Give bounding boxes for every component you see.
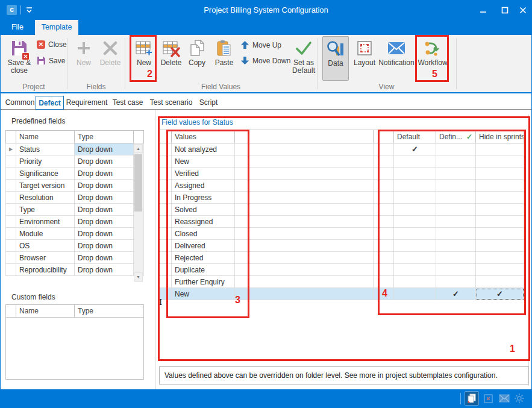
table-row[interactable]: Assigned xyxy=(160,180,524,192)
cell-spacer[interactable] xyxy=(374,288,394,300)
cell-name[interactable]: Type xyxy=(16,204,75,216)
cell-default[interactable] xyxy=(394,168,436,180)
table-row-selected[interactable]: New ✓ ✓ xyxy=(160,288,524,300)
row-selector[interactable] xyxy=(160,143,172,155)
row-selector[interactable] xyxy=(6,252,16,264)
tab-template[interactable]: Template xyxy=(35,20,78,35)
close-window-button[interactable] xyxy=(514,0,532,20)
cell-hide[interactable] xyxy=(476,276,524,288)
panel-splitter[interactable] xyxy=(155,110,155,389)
cell-filler[interactable] xyxy=(235,168,374,180)
close-project-button[interactable]: ✕ Close xyxy=(37,40,67,49)
row-selector[interactable] xyxy=(6,240,16,252)
column-header-name[interactable]: Name xyxy=(16,131,75,143)
cell-name[interactable]: Reproducibility xyxy=(16,264,75,276)
cell-filler[interactable] xyxy=(235,192,374,204)
cell-name[interactable]: Priority xyxy=(16,155,75,168)
row-selector[interactable] xyxy=(160,252,172,264)
cell-defined[interactable] xyxy=(436,180,476,192)
cell-default[interactable] xyxy=(394,276,436,288)
copy-pages-status-button[interactable] xyxy=(465,391,479,406)
cell-name[interactable]: Status xyxy=(16,143,75,155)
tab-defect[interactable]: Defect xyxy=(36,96,64,110)
tab-test-case[interactable]: Test case xyxy=(110,96,146,109)
cell-default[interactable] xyxy=(394,204,436,216)
cell-hide[interactable] xyxy=(476,143,524,155)
row-selector[interactable] xyxy=(160,240,172,252)
paste-button[interactable]: Paste xyxy=(211,37,237,67)
cell-name[interactable]: OS xyxy=(16,240,75,252)
cell-spacer[interactable] xyxy=(374,155,394,168)
table-row[interactable]: ReproducibilityDrop down xyxy=(6,264,144,276)
cell-name[interactable]: Significance xyxy=(16,168,75,180)
table-row[interactable]: Further Enquiry xyxy=(160,276,524,288)
tab-file[interactable]: File xyxy=(1,20,34,35)
table-row[interactable]: TypeDrop down xyxy=(6,204,144,216)
cell-default-check[interactable]: ✓ xyxy=(394,143,436,155)
maximize-button[interactable] xyxy=(496,0,514,20)
cell-hide[interactable] xyxy=(476,168,524,180)
row-selector[interactable] xyxy=(6,204,16,216)
table-row[interactable]: SignificanceDrop down xyxy=(6,168,144,180)
table-row[interactable]: Delivered xyxy=(160,240,524,252)
tab-test-scenario[interactable]: Test scenario xyxy=(147,96,195,109)
move-down-button[interactable]: Move Down xyxy=(240,56,290,65)
column-header-type[interactable]: Type xyxy=(75,305,144,318)
cell-value[interactable]: Closed xyxy=(172,228,235,240)
cell-default[interactable] xyxy=(394,252,436,264)
scroll-up-button[interactable]: ▲ xyxy=(134,144,143,153)
cell-default[interactable] xyxy=(394,228,436,240)
row-selector[interactable] xyxy=(6,228,16,240)
cell-value[interactable]: Rejected xyxy=(172,252,235,264)
cell-spacer[interactable] xyxy=(374,192,394,204)
row-selector[interactable] xyxy=(160,228,172,240)
cell-filler[interactable] xyxy=(235,143,374,155)
cell-defined[interactable] xyxy=(436,228,476,240)
cell-default[interactable] xyxy=(394,240,436,252)
cell-hide-check-focused[interactable]: ✓ xyxy=(476,288,524,300)
row-selector[interactable] xyxy=(160,180,172,192)
report-status-button[interactable] xyxy=(481,391,495,406)
row-selector[interactable] xyxy=(6,168,16,180)
new-value-button[interactable]: New xyxy=(131,37,157,67)
cell-type[interactable]: Drop down xyxy=(75,168,134,180)
cell-defined[interactable] xyxy=(436,276,476,288)
table-row[interactable]: In Progress xyxy=(160,192,524,204)
table-row[interactable]: Duplicate xyxy=(160,264,524,276)
tab-requirement[interactable]: Requirement xyxy=(64,96,109,109)
cell-value[interactable]: Further Enquiry xyxy=(172,276,235,288)
cell-name[interactable]: Environment xyxy=(16,216,75,228)
column-header-defined[interactable]: Defin...✓ xyxy=(436,130,476,143)
cell-defined[interactable] xyxy=(436,204,476,216)
cell-name[interactable]: Module xyxy=(16,228,75,240)
scroll-down-button[interactable]: ▼ xyxy=(134,272,143,281)
cell-name[interactable]: Target version xyxy=(16,180,75,192)
cell-default[interactable] xyxy=(394,288,436,300)
table-row[interactable]: Verified xyxy=(160,168,524,180)
save-button[interactable]: Save xyxy=(37,56,65,65)
cell-spacer[interactable] xyxy=(374,264,394,276)
row-selector-header[interactable] xyxy=(6,305,16,318)
cell-type[interactable]: Drop down xyxy=(75,180,134,192)
view-workflow-button[interactable]: Workflow xyxy=(417,37,448,67)
cell-default[interactable] xyxy=(394,216,436,228)
cell-hide[interactable] xyxy=(476,216,524,228)
settings-status-button[interactable] xyxy=(512,391,527,406)
cell-hide[interactable] xyxy=(476,180,524,192)
cell-value[interactable]: Delivered xyxy=(172,240,235,252)
cell-name[interactable]: Browser xyxy=(16,252,75,264)
table-row[interactable]: New xyxy=(160,155,524,168)
cell-spacer[interactable] xyxy=(374,143,394,155)
minimize-button[interactable] xyxy=(474,0,492,20)
tab-script[interactable]: Script xyxy=(196,96,221,109)
cell-filler[interactable] xyxy=(235,276,374,288)
cell-type[interactable]: Drop down xyxy=(75,192,134,204)
cell-value[interactable]: In Progress xyxy=(172,192,235,204)
row-selector-header[interactable] xyxy=(160,130,172,143)
cell-defined[interactable] xyxy=(436,216,476,228)
tab-common[interactable]: Common xyxy=(4,96,36,109)
cell-filler[interactable] xyxy=(235,155,374,168)
empty-table-body[interactable] xyxy=(6,318,144,380)
move-up-button[interactable]: Move Up xyxy=(240,40,281,49)
cell-defined[interactable] xyxy=(436,264,476,276)
